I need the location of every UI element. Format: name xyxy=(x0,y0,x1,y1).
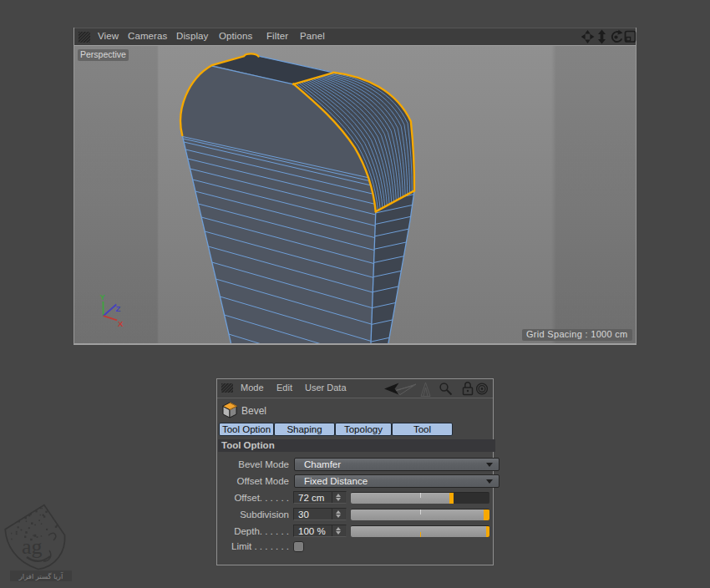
svg-text:Z: Z xyxy=(116,304,121,313)
svg-text:Y: Y xyxy=(100,292,106,302)
svg-text:ag: ag xyxy=(22,535,43,559)
svg-text:آریا گستر افزار: آریا گستر افزار xyxy=(18,571,63,580)
svg-text:X: X xyxy=(118,319,124,328)
